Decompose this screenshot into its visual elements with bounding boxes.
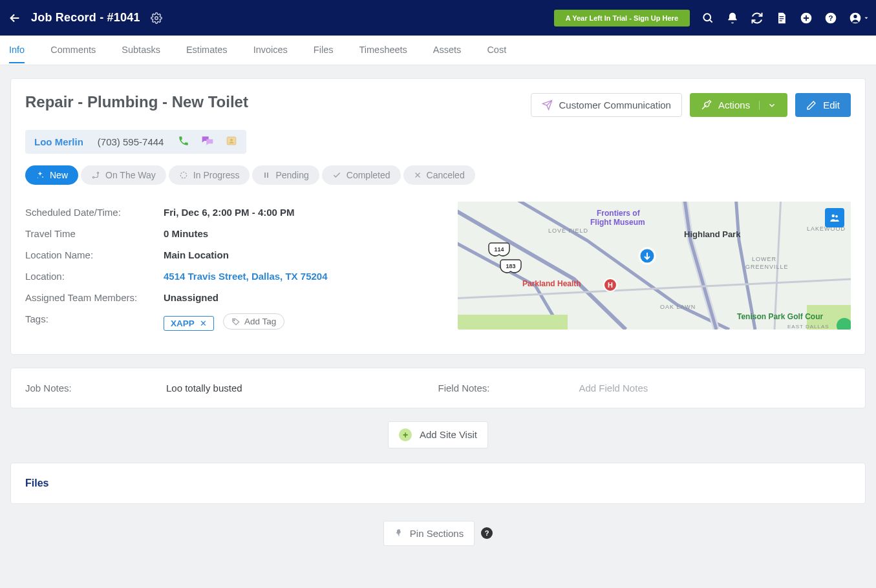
map-label: GREENVILLE xyxy=(745,264,789,270)
tab-subtasks[interactable]: Subtasks xyxy=(122,37,160,63)
job-notes-value: Loo totally busted xyxy=(166,383,242,394)
pause-icon xyxy=(262,171,270,179)
files-card: Files xyxy=(10,463,866,504)
pin-sections-button[interactable]: Pin Sections xyxy=(383,521,475,546)
location-value[interactable]: 4514 Travis Street, Dallas, TX 75204 xyxy=(164,271,328,282)
help-icon[interactable]: ? xyxy=(824,12,837,25)
svg-point-14 xyxy=(180,172,186,178)
tab-comments[interactable]: Comments xyxy=(50,37,96,63)
wrench-icon xyxy=(701,100,712,110)
customer-name[interactable]: Loo Merlin xyxy=(34,136,83,147)
tab-timesheets[interactable]: Timesheets xyxy=(359,37,407,63)
edit-icon xyxy=(806,100,817,110)
sync-icon[interactable] xyxy=(751,12,764,25)
tab-estimates[interactable]: Estimates xyxy=(186,37,228,63)
people-icon xyxy=(829,212,840,224)
location-name-label: Location Name: xyxy=(25,249,164,260)
user-menu[interactable] xyxy=(849,12,870,25)
svg-point-27 xyxy=(835,215,838,218)
tab-assets[interactable]: Assets xyxy=(433,37,462,63)
svg-point-9 xyxy=(231,139,233,142)
map-label: Highland Park xyxy=(684,229,741,239)
route-icon xyxy=(91,171,100,180)
add-tag-button[interactable]: Add Tag xyxy=(223,313,284,330)
map-label: OAK LAWN xyxy=(660,304,696,310)
map-label: Frontiers of xyxy=(597,209,641,218)
add-field-notes-button[interactable]: Add Field Notes xyxy=(579,383,648,394)
svg-rect-21 xyxy=(458,315,568,330)
tab-files[interactable]: Files xyxy=(314,37,334,63)
plus-icon: + xyxy=(399,428,412,441)
map-label: LOVE FIELD xyxy=(548,227,588,234)
status-on-the-way[interactable]: On The Way xyxy=(81,165,166,185)
add-icon[interactable] xyxy=(800,12,813,25)
customer-communication-label: Customer Communication xyxy=(559,100,671,110)
map-label: Flight Museum xyxy=(590,218,645,227)
notes-card: Job Notes: Loo totally busted Field Note… xyxy=(10,368,866,408)
location-label: Location: xyxy=(25,271,164,282)
send-icon xyxy=(542,100,553,110)
svg-point-0 xyxy=(155,16,158,19)
bell-icon[interactable] xyxy=(726,12,739,25)
tab-info[interactable]: Info xyxy=(9,37,25,63)
search-icon[interactable] xyxy=(701,12,714,25)
actions-button[interactable]: Actions xyxy=(690,93,787,117)
status-row: New On The Way In Progress Pending Compl… xyxy=(25,165,851,185)
page-title: Job Record - #1041 xyxy=(31,11,140,25)
app-header: Job Record - #1041 A Year Left In Trial … xyxy=(0,0,876,36)
trial-signup-button[interactable]: A Year Left In Trial - Sign Up Here xyxy=(554,10,690,26)
status-pending[interactable]: Pending xyxy=(252,165,319,185)
chevron-down-icon xyxy=(767,101,776,110)
pin-help-button[interactable]: ? xyxy=(481,527,493,539)
tag-icon xyxy=(231,317,240,326)
chat-icon[interactable] xyxy=(201,135,214,149)
scheduled-value: Fri, Dec 6, 2:00 PM - 4:00 PM xyxy=(164,207,295,218)
customer-communication-button[interactable]: Customer Communication xyxy=(531,93,682,117)
status-canceled[interactable]: Canceled xyxy=(403,165,475,185)
customer-pill: Loo Merlin (703) 595-7444 xyxy=(25,130,246,154)
document-icon[interactable] xyxy=(775,12,788,25)
map-streetview-button[interactable] xyxy=(825,208,844,227)
svg-point-7 xyxy=(853,14,857,17)
location-name-value: Main Location xyxy=(164,249,229,260)
scheduled-label: Scheduled Date/Time: xyxy=(25,207,164,218)
assigned-value: Unassigned xyxy=(164,292,219,303)
contact-card-icon[interactable] xyxy=(226,135,237,149)
tags-label: Tags: xyxy=(25,313,164,331)
files-section-title: Files xyxy=(25,478,851,489)
status-new[interactable]: New xyxy=(25,165,78,185)
map-label: EAST DALLAS xyxy=(787,324,829,330)
svg-line-2 xyxy=(710,19,712,22)
svg-text:H: H xyxy=(608,281,613,289)
svg-text:114: 114 xyxy=(494,246,504,253)
back-button[interactable] xyxy=(5,8,25,28)
job-info-card: Repair - Plumbing - New Toilet Customer … xyxy=(10,78,866,355)
status-completed[interactable]: Completed xyxy=(322,165,401,185)
location-map[interactable]: Frontiers of Flight Museum LOVE FIELD Hi… xyxy=(458,202,851,330)
edit-label: Edit xyxy=(823,100,840,110)
gear-icon[interactable] xyxy=(151,12,162,24)
job-title: Repair - Plumbing - New Toilet xyxy=(25,93,248,111)
edit-button[interactable]: Edit xyxy=(795,93,851,117)
add-site-visit-button[interactable]: + Add Site Visit xyxy=(388,421,488,448)
svg-point-11 xyxy=(37,178,38,178)
tab-invoices[interactable]: Invoices xyxy=(253,37,288,63)
travel-label: Travel Time xyxy=(25,228,164,239)
svg-point-19 xyxy=(233,319,235,320)
chevron-down-icon xyxy=(863,15,870,21)
tab-cost[interactable]: Cost xyxy=(487,37,506,63)
tag-chip: XAPP ✕ xyxy=(164,316,214,331)
customer-phone: (703) 595-7444 xyxy=(98,136,164,147)
pin-icon xyxy=(394,529,403,538)
status-in-progress[interactable]: In Progress xyxy=(169,165,250,185)
map-label: LOWER xyxy=(752,256,776,262)
svg-point-10 xyxy=(42,176,43,178)
svg-point-1 xyxy=(703,14,710,21)
assigned-label: Assigned Team Members: xyxy=(25,292,164,303)
map-label: Tenison Park Golf Cour xyxy=(737,312,823,321)
tag-remove-button[interactable]: ✕ xyxy=(200,319,207,328)
call-icon[interactable] xyxy=(178,135,189,149)
svg-text:183: 183 xyxy=(506,263,515,269)
actions-label: Actions xyxy=(718,100,750,110)
spinner-icon xyxy=(179,171,188,180)
